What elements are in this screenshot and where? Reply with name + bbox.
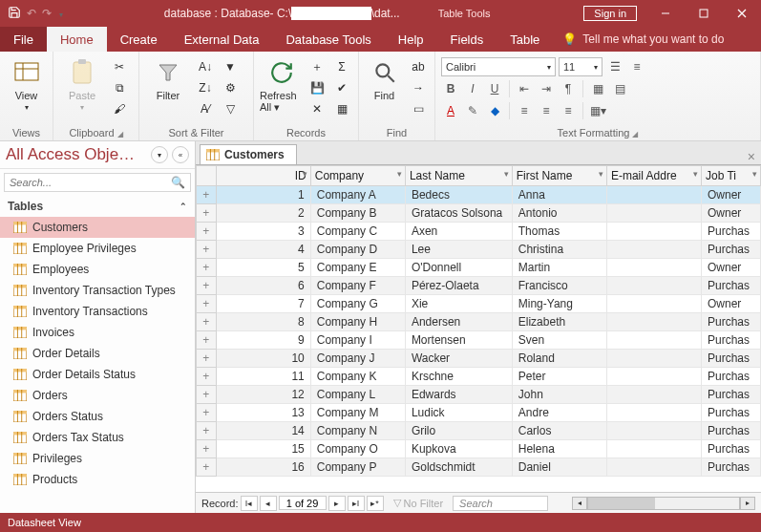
cell-firstname[interactable]: John <box>512 386 606 404</box>
highlight-icon[interactable]: ✎ <box>463 101 482 120</box>
cell-job[interactable]: Owner <box>702 186 761 204</box>
replace-icon[interactable]: ab <box>408 57 429 76</box>
cell-email[interactable] <box>606 241 701 259</box>
close-button[interactable] <box>723 0 761 27</box>
navitem-products[interactable]: Products <box>0 469 195 490</box>
table-row[interactable]: +12Company LEdwardsJohnPurchas <box>197 386 761 404</box>
expand-row-icon[interactable]: + <box>197 350 217 368</box>
table-row[interactable]: +1Company ABedecsAnnaOwner <box>197 186 761 204</box>
cell-lastname[interactable]: Mortensen <box>405 331 512 350</box>
horizontal-scrollbar[interactable]: ◂ ▸ <box>572 497 755 510</box>
font-name-select[interactable]: Calibri▾ <box>441 57 556 76</box>
font-color-icon[interactable]: A <box>441 101 460 120</box>
navitem-orders[interactable]: Orders <box>0 385 195 406</box>
cell-company[interactable]: Company L <box>310 386 405 404</box>
cell-company[interactable]: Company B <box>310 204 405 223</box>
sign-in-button[interactable]: Sign in <box>583 6 637 21</box>
cell-job[interactable]: Purchas <box>702 277 761 295</box>
cell-email[interactable] <box>606 259 701 277</box>
underline-icon[interactable]: U <box>485 79 504 98</box>
tab-table[interactable]: Table <box>497 27 553 52</box>
cell-id[interactable]: 13 <box>216 404 310 422</box>
recordnav-prev-icon[interactable]: ◂ <box>260 496 277 511</box>
expand-row-icon[interactable]: + <box>197 458 217 477</box>
col-header-e-mail-addre[interactable]: E-mail Addre▾ <box>606 166 701 186</box>
expand-row-icon[interactable]: + <box>197 313 217 331</box>
cell-company[interactable]: Company G <box>310 295 405 313</box>
cell-company[interactable]: Company F <box>310 277 405 295</box>
cell-lastname[interactable]: Edwards <box>405 386 512 404</box>
navitem-orders-status[interactable]: Orders Status <box>0 406 195 427</box>
filter-button[interactable]: Filter <box>145 57 191 120</box>
search-icon[interactable]: 🔍 <box>166 176 190 189</box>
undo-icon[interactable]: ↶ <box>27 7 36 20</box>
expand-row-icon[interactable]: + <box>197 440 217 458</box>
cell-id[interactable]: 9 <box>216 331 310 350</box>
table-row[interactable]: +13Company MLudickAndrePurchas <box>197 404 761 422</box>
more-records-icon[interactable]: ▦ <box>331 99 352 118</box>
cell-id[interactable]: 10 <box>216 350 310 368</box>
navpane-section-tables[interactable]: Tables⌃ <box>0 196 195 217</box>
expand-row-icon[interactable]: + <box>197 277 217 295</box>
cell-email[interactable] <box>606 386 701 404</box>
tab-home[interactable]: Home <box>47 27 107 52</box>
refresh-all-button[interactable]: Refresh All ▾ <box>260 57 303 120</box>
cell-lastname[interactable]: Andersen <box>405 313 512 331</box>
table-row[interactable]: +15Company OKupkovaHelenaPurchas <box>197 440 761 458</box>
navitem-order-details-status[interactable]: Order Details Status <box>0 364 195 385</box>
cell-lastname[interactable]: Grilo <box>405 422 512 440</box>
cell-job[interactable]: Purchas <box>702 241 761 259</box>
cell-firstname[interactable]: Christina <box>512 241 606 259</box>
recordnav-new-icon[interactable]: ▸* <box>367 496 384 511</box>
cell-id[interactable]: 12 <box>216 386 310 404</box>
table-row[interactable]: +5Company EO'DonnellMartinOwner <box>197 259 761 277</box>
cell-lastname[interactable]: Krschne <box>405 368 512 386</box>
cell-company[interactable]: Company P <box>310 458 405 477</box>
navitem-employees[interactable]: Employees <box>0 259 195 280</box>
expand-row-icon[interactable]: + <box>197 368 217 386</box>
column-dropdown-icon[interactable]: ▾ <box>504 169 509 179</box>
expand-row-icon[interactable]: + <box>197 422 217 440</box>
cell-company[interactable]: Company O <box>310 440 405 458</box>
italic-icon[interactable]: I <box>463 79 482 98</box>
cell-id[interactable]: 8 <box>216 313 310 331</box>
cell-company[interactable]: Company K <box>310 368 405 386</box>
cell-id[interactable]: 14 <box>216 422 310 440</box>
cell-company[interactable]: Company C <box>310 223 405 241</box>
col-header-first-name[interactable]: First Name▾ <box>512 166 606 186</box>
cell-id[interactable]: 2 <box>216 204 310 223</box>
cell-company[interactable]: Company H <box>310 313 405 331</box>
expand-row-icon[interactable]: + <box>197 386 217 404</box>
fill-color-icon[interactable]: ◆ <box>485 101 504 120</box>
navitem-employee-privileges[interactable]: Employee Privileges <box>0 238 195 259</box>
font-size-select[interactable]: 11▾ <box>559 57 602 76</box>
cell-email[interactable] <box>606 368 701 386</box>
tab-external-data[interactable]: External Data <box>171 27 273 52</box>
navpane-collapse-icon[interactable]: « <box>172 146 189 163</box>
expand-row-icon[interactable]: + <box>197 241 217 259</box>
recordnav-nofilter[interactable]: ▽No Filter <box>393 497 444 509</box>
cell-company[interactable]: Company A <box>310 186 405 204</box>
maximize-button[interactable] <box>685 0 723 27</box>
save-icon[interactable] <box>8 6 21 22</box>
tab-database-tools[interactable]: Database Tools <box>272 27 384 52</box>
cell-company[interactable]: Company D <box>310 241 405 259</box>
qat-customize-icon[interactable] <box>57 7 63 20</box>
navpane-search-input[interactable] <box>5 174 166 191</box>
recordnav-search[interactable]: Search <box>453 496 548 511</box>
expand-row-icon[interactable]: + <box>197 223 217 241</box>
navpane-title[interactable]: All Access Obje… <box>6 145 147 164</box>
expand-row-icon[interactable]: + <box>197 404 217 422</box>
cell-id[interactable]: 16 <box>216 458 310 477</box>
table-row[interactable]: +6Company FPérez-OlaetaFranciscoPurchas <box>197 277 761 295</box>
tab-create[interactable]: Create <box>107 27 171 52</box>
datasheet-grid[interactable]: ID▾Company▾Last Name▾First Name▾E-mail A… <box>196 165 761 477</box>
cell-job[interactable]: Purchas <box>702 313 761 331</box>
recordnav-first-icon[interactable]: I◂ <box>241 496 258 511</box>
hscroll-left-icon[interactable]: ◂ <box>572 497 587 510</box>
format-painter-icon[interactable]: 🖌 <box>109 99 130 118</box>
sort-desc-icon[interactable]: Z↓ <box>195 78 216 97</box>
table-row[interactable]: +10Company JWackerRolandPurchas <box>197 350 761 368</box>
cell-firstname[interactable]: Carlos <box>512 422 606 440</box>
navitem-inventory-transaction-types[interactable]: Inventory Transaction Types <box>0 280 195 301</box>
